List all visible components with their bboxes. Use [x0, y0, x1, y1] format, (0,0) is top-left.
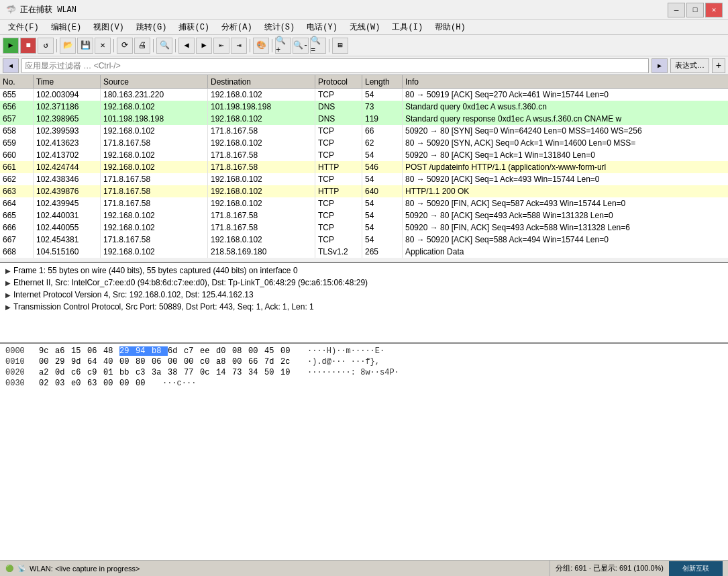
expand-arrow: ▶	[5, 267, 11, 275]
detail-pane: ▶Frame 1: 55 bytes on wire (440 bits), 5…	[0, 263, 728, 344]
toolbar-separator-1	[56, 39, 57, 52]
toolbar-zoom-in[interactable]: 🔍+	[275, 38, 291, 54]
col-header-info: Info	[403, 75, 728, 88]
menu-item-s[interactable]: 统计(S)	[259, 20, 301, 34]
toolbar-reload[interactable]: ⟳	[117, 38, 133, 54]
packet-list-body[interactable]: 655102.003094180.163.231.220192.168.0.10…	[0, 89, 728, 262]
packet-row[interactable]: 659102.413623171.8.167.58192.168.0.102TC…	[0, 137, 728, 149]
toolbar-restart-capture[interactable]: ↺	[38, 38, 54, 54]
menu-item-y[interactable]: 电话(Y)	[301, 20, 343, 34]
filter-right-arrow[interactable]: ▶	[652, 58, 668, 73]
col-header-destination: Destination	[208, 75, 315, 88]
toolbar-colorize[interactable]: 🎨	[253, 38, 269, 54]
menu-item-c[interactable]: 捕获(C)	[173, 20, 215, 34]
hex-row: 003002 03 e0 63 00 00 00 ···c···	[5, 379, 723, 388]
menu-item-w[interactable]: 无线(W)	[344, 20, 386, 34]
packet-row[interactable]: 655102.003094180.163.231.220192.168.0.10…	[0, 89, 728, 101]
title-bar: 🦈 正在捕获 WLAN — □ ✕	[0, 0, 728, 20]
minimize-button[interactable]: —	[668, 3, 685, 17]
packet-row[interactable]: 664102.439945171.8.167.58192.168.0.102TC…	[0, 197, 728, 209]
add-filter-button[interactable]: +	[712, 58, 725, 73]
toolbar: ▶ ■ ↺ 📂 💾 ✕ ⟳ 🖨 🔍 ◀ ▶ ⇤ ⇥ 🎨 🔍+ 🔍- 🔍= ⊞	[0, 35, 728, 56]
menu-item-a[interactable]: 分析(A)	[216, 20, 258, 34]
expand-arrow: ▶	[5, 303, 11, 311]
capture-status-icon: 🟢	[4, 563, 15, 574]
toolbar-print[interactable]: 🖨	[134, 38, 150, 54]
status-left: 🟢 📡 WLAN: <live capture in progress>	[0, 563, 550, 574]
toolbar-jump-first[interactable]: ⇤	[213, 38, 229, 54]
close-button[interactable]: ✕	[705, 3, 723, 17]
toolbar-window[interactable]: ⊞	[332, 38, 348, 54]
filter-input[interactable]	[21, 58, 649, 73]
brand-logo: 创新互联	[669, 561, 723, 576]
toolbar-stop-capture[interactable]: ■	[20, 38, 36, 54]
expression-button[interactable]: 表达式…	[670, 58, 709, 73]
packet-row[interactable]: 668104.515160192.168.0.102218.58.169.180…	[0, 246, 728, 258]
packet-stats: 分组: 691 · 已显示: 691 (100.0%)	[556, 563, 664, 573]
toolbar-back[interactable]: ◀	[178, 38, 195, 54]
app-icon: 🦈	[5, 5, 16, 15]
packet-row[interactable]: 657102.398965101.198.198.198192.168.0.10…	[0, 113, 728, 125]
detail-row[interactable]: ▶Frame 1: 55 bytes on wire (440 bits), 5…	[0, 265, 728, 277]
packet-row[interactable]: 663102.439876171.8.167.58192.168.0.102HT…	[0, 185, 728, 197]
filter-bar: ◀ ▶ 表达式… +	[0, 56, 728, 75]
packet-list-header: No.TimeSourceDestinationProtocolLengthIn…	[0, 75, 728, 89]
hex-pane: 00009c a6 15 06 48 29 94 b8 6d c7 ee d0 …	[0, 344, 728, 560]
toolbar-separator-5	[250, 39, 250, 52]
status-bar: 🟢 📡 WLAN: <live capture in progress> 分组:…	[0, 560, 728, 576]
status-icons: 🟢 📡	[4, 563, 27, 574]
toolbar-find[interactable]: 🔍	[156, 38, 172, 54]
toolbar-close-file[interactable]: ✕	[95, 38, 111, 54]
menu-item-v[interactable]: 视图(V)	[88, 20, 129, 34]
col-header-protocol: Protocol	[315, 75, 362, 88]
toolbar-zoom-reset[interactable]: 🔍=	[310, 38, 326, 54]
packet-row[interactable]: 667102.454381171.8.167.58192.168.0.102TC…	[0, 234, 728, 246]
filter-dropdown-arrow[interactable]: ◀	[3, 58, 19, 73]
hex-row: 0020a2 0d c6 c9 01 bb c3 3a 38 77 0c 14 …	[5, 368, 723, 377]
hex-row: 00009c a6 15 06 48 29 94 b8 6d c7 ee d0 …	[5, 346, 723, 356]
toolbar-open-file[interactable]: 📂	[60, 38, 76, 54]
expand-arrow: ▶	[5, 291, 11, 299]
expand-arrow: ▶	[5, 279, 11, 287]
menu-bar: 文件(F)编辑(E)视图(V)跳转(G)捕获(C)分析(A)统计(S)电话(Y)…	[0, 20, 728, 35]
col-header-source: Source	[101, 75, 208, 88]
toolbar-zoom-out[interactable]: 🔍-	[293, 38, 309, 54]
detail-row[interactable]: ▶Ethernet II, Src: IntelCor_c7:ee:d0 (94…	[0, 277, 728, 289]
toolbar-save-file[interactable]: 💾	[77, 38, 93, 54]
col-header-no: No.	[0, 75, 34, 88]
menu-item-g[interactable]: 跳转(G)	[131, 20, 172, 34]
maximize-button[interactable]: □	[686, 3, 704, 17]
packet-row[interactable]: 658102.399593192.168.0.102171.8.167.58TC…	[0, 125, 728, 137]
status-right: 分组: 691 · 已显示: 691 (100.0%) 创新互联	[550, 561, 728, 576]
packet-row[interactable]: 665102.440031192.168.0.102171.8.167.58TC…	[0, 209, 728, 222]
menu-item-f[interactable]: 文件(F)	[3, 20, 44, 34]
packet-list-area: No.TimeSourceDestinationProtocolLengthIn…	[0, 75, 728, 263]
toolbar-separator-3	[153, 39, 154, 52]
toolbar-separator-2	[113, 39, 114, 52]
toolbar-start-capture[interactable]: ▶	[3, 38, 19, 54]
detail-row[interactable]: ▶Transmission Control Protocol, Src Port…	[0, 301, 728, 313]
detail-row[interactable]: ▶Internet Protocol Version 4, Src: 192.1…	[0, 289, 728, 301]
menu-item-h[interactable]: 帮助(H)	[429, 20, 471, 34]
window-title: 正在捕获 WLAN	[20, 4, 668, 15]
packet-row[interactable]: 666102.440055192.168.0.102171.8.167.58TC…	[0, 222, 728, 234]
toolbar-separator-4	[175, 39, 176, 52]
toolbar-jump-last[interactable]: ⇥	[231, 38, 247, 54]
col-header-length: Length	[362, 75, 403, 88]
menu-item-e[interactable]: 编辑(E)	[46, 20, 87, 34]
col-header-time: Time	[34, 75, 101, 88]
packet-row[interactable]: 661102.424744192.168.0.102171.8.167.58HT…	[0, 161, 728, 173]
packet-row[interactable]: 656102.371186192.168.0.102101.198.198.19…	[0, 101, 728, 113]
hex-row: 001000 29 9d 64 40 00 80 06 00 00 c0 a8 …	[5, 357, 723, 367]
packet-row[interactable]: 662102.438346171.8.167.58192.168.0.102TC…	[0, 173, 728, 185]
toolbar-separator-6	[272, 39, 272, 52]
toolbar-forward[interactable]: ▶	[196, 38, 212, 54]
window-controls: — □ ✕	[668, 3, 723, 17]
menu-item-i[interactable]: 工具(I)	[386, 20, 428, 34]
capture-interface-icon: 📡	[16, 563, 27, 574]
packet-row[interactable]: 660102.413702192.168.0.102171.8.167.58TC…	[0, 149, 728, 161]
capture-status-text: WLAN: <live capture in progress>	[30, 565, 140, 573]
toolbar-separator-7	[329, 39, 329, 52]
